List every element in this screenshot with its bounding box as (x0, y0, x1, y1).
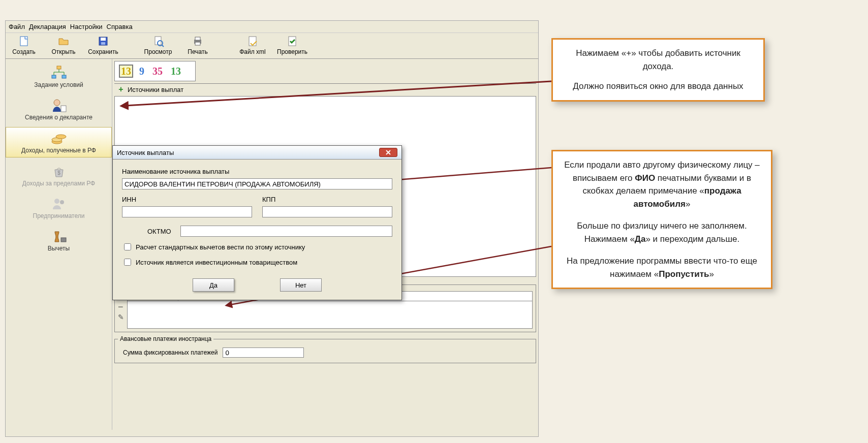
annotation-fill-name: Если продали авто другому физическому ли… (551, 150, 772, 289)
sidebar: Задание условий Сведения о декларанте До… (6, 59, 112, 430)
sidebar-item-income-rf[interactable]: Доходы, полученные в РФ (6, 127, 112, 157)
print-button[interactable]: Печать (182, 35, 213, 55)
anno2-p3: На предложение программы ввести что-то е… (562, 255, 762, 280)
rate-tab-13-yellow[interactable]: 13 (119, 65, 133, 78)
chk2-label: Источник является инвестиционным товарищ… (136, 259, 297, 266)
menu-declaration[interactable]: Декларация (29, 23, 66, 30)
preview-button[interactable]: Просмотр (143, 35, 173, 55)
edit-deduction-button[interactable]: ✎ (118, 313, 124, 321)
dialog-title: Источник выплаты (117, 149, 174, 156)
svg-point-15 (54, 100, 60, 106)
anno1-line2: Должно появиться окно для ввода данных (562, 80, 754, 93)
advance-input[interactable] (223, 347, 304, 358)
sidebar-income-abroad-label: Доходы за пределами РФ (22, 180, 95, 187)
svg-point-19 (56, 135, 66, 139)
inn-label: ИНН (122, 196, 252, 203)
investment-checkbox[interactable] (124, 259, 131, 266)
xml-label: Файл xml (239, 48, 266, 55)
dialog-titlebar: Источник выплаты (113, 146, 401, 160)
sidebar-deductions-label: Вычеты (48, 245, 70, 252)
vase-icon (50, 229, 68, 244)
svg-rect-14 (62, 75, 66, 78)
svg-point-21 (54, 199, 59, 204)
yes-button[interactable]: Да (193, 278, 234, 292)
tree-icon (50, 65, 68, 80)
sidebar-item-declarant[interactable]: Сведения о декларанте (6, 94, 112, 124)
open-button[interactable]: Открыть (48, 35, 79, 55)
kpp-input[interactable] (262, 206, 392, 217)
check-button[interactable]: Проверить (277, 35, 307, 55)
svg-rect-12 (57, 66, 61, 69)
anno2-p2: Больше по физлицу ничего не заполняем. Н… (562, 219, 762, 245)
bag-icon: $ (50, 164, 68, 179)
sidebar-item-deductions[interactable]: Вычеты (6, 226, 112, 255)
oktmo-label: ОКТМО (147, 228, 171, 235)
source-name-input[interactable] (122, 178, 392, 189)
rate-tab-35[interactable]: 35 (150, 65, 165, 78)
preview-label: Просмотр (144, 48, 172, 55)
new-file-icon (17, 35, 31, 47)
sources-header: + Источники выплат (114, 83, 536, 95)
create-label: Создать (12, 48, 36, 55)
chk1-label: Расчет стандартных вычетов вести по этом… (136, 243, 305, 251)
svg-rect-16 (61, 106, 66, 112)
oktmo-input[interactable] (180, 226, 392, 237)
xml-icon (245, 35, 260, 47)
name-label: Наименование источника выплаты (122, 168, 392, 175)
menubar: Файл Декларация Настройки Справка (6, 21, 538, 33)
svg-point-22 (60, 200, 64, 204)
create-button[interactable]: Создать (9, 35, 39, 55)
folder-open-icon (56, 35, 71, 47)
sidebar-item-conditions[interactable]: Задание условий (6, 62, 112, 91)
svg-text:$: $ (57, 170, 60, 176)
people-icon (50, 196, 68, 211)
advance-label: Сумма фиксированных платежей (123, 349, 218, 356)
preview-icon (151, 35, 165, 47)
advance-legend: Авансовые платежи иностранца (118, 335, 213, 342)
svg-rect-8 (195, 37, 200, 40)
sidebar-declarant-label: Сведения о декларанте (25, 114, 92, 121)
close-button[interactable] (379, 148, 397, 157)
xml-button[interactable]: Файл xml (237, 35, 268, 55)
save-button[interactable]: Сохранить (88, 35, 118, 55)
rate-tab-9[interactable]: 9 (137, 65, 146, 78)
toolbar: Создать Открыть Сохранить Просмотр Печат… (6, 33, 538, 59)
print-label: Печать (188, 48, 207, 55)
rate-tabs: 13 9 35 13 (114, 61, 196, 81)
add-source-button[interactable]: + (116, 85, 126, 94)
svg-rect-13 (52, 75, 56, 78)
check-icon (285, 35, 299, 47)
menu-settings[interactable]: Настройки (70, 23, 103, 30)
sidebar-item-entrepreneurs[interactable]: Предприниматели (6, 193, 112, 223)
no-button[interactable]: Нет (280, 278, 322, 292)
std-deduction-checkbox[interactable] (124, 243, 131, 250)
kpp-label: КПП (262, 196, 392, 203)
source-dialog: Источник выплаты Наименование источника … (112, 145, 402, 300)
svg-rect-0 (20, 37, 27, 46)
svg-rect-23 (61, 238, 66, 242)
rate-tab-13-green[interactable]: 13 (169, 65, 183, 78)
coins-icon (50, 131, 68, 146)
inn-input[interactable] (122, 206, 252, 217)
menu-file[interactable]: Файл (9, 23, 25, 30)
anno2-p1: Если продали авто другому физическому ли… (562, 159, 762, 210)
open-label: Открыть (51, 48, 75, 55)
svg-rect-3 (101, 42, 105, 45)
sidebar-conditions-label: Задание условий (34, 81, 83, 88)
save-icon (96, 35, 110, 47)
person-icon (50, 98, 68, 113)
save-label: Сохранить (88, 48, 118, 55)
close-icon (385, 150, 391, 155)
app-window: Файл Декларация Настройки Справка Создат… (5, 20, 539, 437)
remove-deduction-button[interactable]: − (118, 303, 124, 310)
sidebar-income-rf-label: Доходы, полученные в РФ (21, 147, 96, 154)
annotation-add-source: Нажимаем «+» чтобы добавить источник дох… (551, 38, 765, 102)
print-icon (191, 35, 205, 47)
check-label: Проверить (277, 48, 307, 55)
sources-title: Источники выплат (128, 86, 183, 93)
menu-help[interactable]: Справка (107, 23, 133, 30)
sidebar-item-income-abroad[interactable]: $ Доходы за пределами РФ (6, 161, 112, 190)
dialog-body: Наименование источника выплаты ИНН КПП О… (113, 160, 401, 300)
advance-fieldset: Авансовые платежи иностранца Сумма фикси… (114, 335, 536, 363)
sidebar-entrepreneurs-label: Предприниматели (33, 212, 85, 219)
